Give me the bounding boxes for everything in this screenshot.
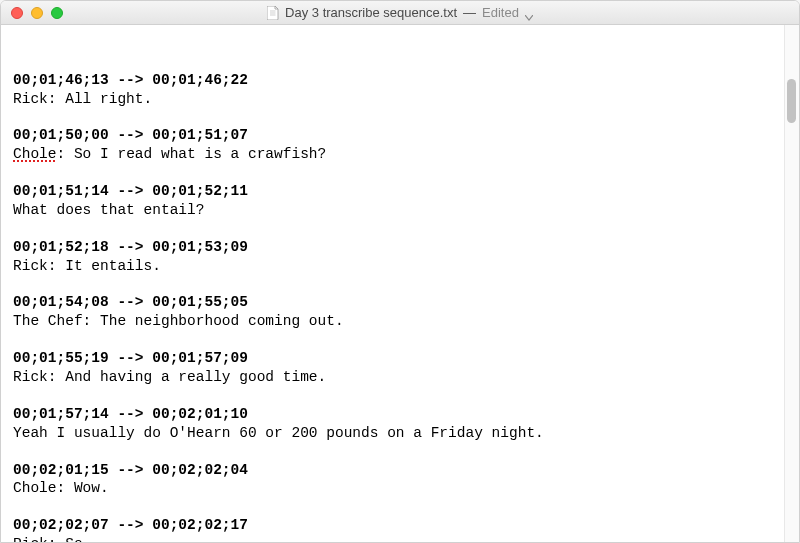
transcript-line: Chole: So I read what is a crawfish? bbox=[13, 145, 787, 164]
transcript-entry: 00;02;01;15 --> 00;02;02;04Chole: Wow. bbox=[13, 461, 787, 499]
transcript-entry: 00;01;51;14 --> 00;01;52;11What does tha… bbox=[13, 182, 787, 220]
transcript-line: Rick: It entails. bbox=[13, 257, 787, 276]
transcript-entry: 00;01;50;00 --> 00;01;51;07Chole: So I r… bbox=[13, 126, 787, 164]
timecode: 00;02;02;07 --> 00;02;02;17 bbox=[13, 516, 787, 535]
transcript-line: What does that entail? bbox=[13, 201, 787, 220]
timecode: 00;02;01;15 --> 00;02;02;04 bbox=[13, 461, 787, 480]
transcript-entry: 00;02;02;07 --> 00;02;02;17Rick: So. bbox=[13, 516, 787, 542]
document-title: Day 3 transcribe sequence.txt bbox=[285, 5, 457, 20]
timecode: 00;01;50;00 --> 00;01;51;07 bbox=[13, 126, 787, 145]
minimize-button[interactable] bbox=[31, 7, 43, 19]
title-separator: — bbox=[463, 5, 476, 20]
chevron-down-icon[interactable] bbox=[525, 9, 533, 17]
speaker-name: Chole bbox=[13, 146, 57, 162]
edited-status: Edited bbox=[482, 5, 519, 20]
transcript-entry: 00;01;57;14 --> 00;02;01;10Yeah I usuall… bbox=[13, 405, 787, 443]
document-icon bbox=[267, 6, 279, 20]
scrollbar-track[interactable] bbox=[784, 25, 799, 542]
transcript-entry: 00;01;52;18 --> 00;01;53;09Rick: It enta… bbox=[13, 238, 787, 276]
transcript-line: Yeah I usually do O'Hearn 60 or 200 poun… bbox=[13, 424, 787, 443]
transcript-entry: 00;01;46;13 --> 00;01;46;22Rick: All rig… bbox=[13, 71, 787, 109]
transcript-line: Rick: All right. bbox=[13, 90, 787, 109]
maximize-button[interactable] bbox=[51, 7, 63, 19]
window-controls bbox=[1, 7, 63, 19]
transcript-line: Rick: So. bbox=[13, 535, 787, 542]
timecode: 00;01;46;13 --> 00;01;46;22 bbox=[13, 71, 787, 90]
scrollbar-thumb[interactable] bbox=[787, 79, 796, 123]
transcript-line: Chole: Wow. bbox=[13, 479, 787, 498]
transcript-entry: 00;01;55;19 --> 00;01;57;09Rick: And hav… bbox=[13, 349, 787, 387]
text-editor-window: Day 3 transcribe sequence.txt — Edited 0… bbox=[0, 0, 800, 543]
timecode: 00;01;52;18 --> 00;01;53;09 bbox=[13, 238, 787, 257]
transcript-entry: 00;01;54;08 --> 00;01;55;05The Chef: The… bbox=[13, 293, 787, 331]
close-button[interactable] bbox=[11, 7, 23, 19]
timecode: 00;01;51;14 --> 00;01;52;11 bbox=[13, 182, 787, 201]
titlebar[interactable]: Day 3 transcribe sequence.txt — Edited bbox=[1, 1, 799, 25]
timecode: 00;01;55;19 --> 00;01;57;09 bbox=[13, 349, 787, 368]
title-area[interactable]: Day 3 transcribe sequence.txt — Edited bbox=[1, 5, 799, 20]
transcript-line: The Chef: The neighborhood coming out. bbox=[13, 312, 787, 331]
transcript-line: Rick: And having a really good time. bbox=[13, 368, 787, 387]
timecode: 00;01;54;08 --> 00;01;55;05 bbox=[13, 293, 787, 312]
text-content[interactable]: 00;01;46;13 --> 00;01;46;22Rick: All rig… bbox=[1, 25, 799, 542]
timecode: 00;01;57;14 --> 00;02;01;10 bbox=[13, 405, 787, 424]
